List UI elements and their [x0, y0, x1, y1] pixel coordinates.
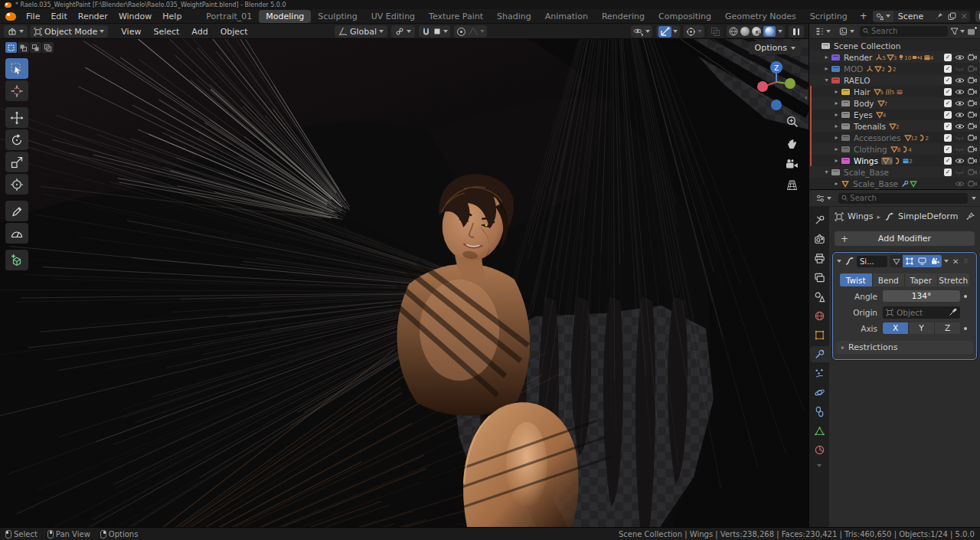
show-overlays-toggle[interactable]: [684, 25, 704, 38]
selectable-checkbox[interactable]: ✓: [944, 134, 952, 142]
select-mode-intersect[interactable]: [42, 42, 54, 53]
restrictions-subpanel[interactable]: ▸ Restrictions: [836, 341, 973, 354]
outliner-search[interactable]: [860, 26, 948, 37]
outliner-row-eyes[interactable]: ▸Eyes4✓: [809, 109, 980, 120]
outliner-row-toenails[interactable]: ▸Toenails2✓: [809, 120, 980, 132]
hide-in-viewport-toggle[interactable]: [955, 158, 965, 164]
expand-toggle[interactable]: ▾: [822, 77, 831, 83]
properties-tab-material[interactable]: [810, 442, 829, 458]
solid-shading-icon[interactable]: [740, 27, 750, 36]
view-layer-icon[interactable]: [975, 11, 980, 22]
tool-select-box[interactable]: [5, 58, 28, 79]
selectable-checkbox[interactable]: ✓: [944, 65, 952, 73]
outliner-search-input[interactable]: [871, 27, 945, 35]
viewport-display-toggle[interactable]: [916, 255, 929, 267]
viewport-canvas[interactable]: Options Z ‹: [0, 39, 808, 527]
scene-selector[interactable]: Scene ✕: [873, 11, 970, 22]
row-label[interactable]: RAELO: [844, 76, 870, 85]
expand-toggle[interactable]: ▸: [832, 146, 841, 152]
viewport-menu-view[interactable]: View: [115, 26, 147, 38]
expand-toggle[interactable]: ▸: [822, 54, 831, 61]
hide-in-viewport-toggle[interactable]: [955, 135, 965, 141]
drag-handle-icon[interactable]: ⠿: [963, 258, 967, 265]
workspace-tab-sculpting[interactable]: Sculpting: [311, 10, 364, 23]
angle-slider[interactable]: 134°: [883, 290, 960, 302]
expand-toggle[interactable]: ▸: [822, 65, 831, 72]
outliner-editor-type-button[interactable]: [812, 25, 834, 37]
new-scene-icon[interactable]: [946, 12, 959, 21]
modifier-extras-chevron[interactable]: [944, 260, 949, 263]
navigation-gizmo[interactable]: Z: [756, 61, 796, 113]
view-layer-selector[interactable]: ViewLayer ✕: [975, 11, 980, 22]
disable-in-renders-toggle[interactable]: [968, 77, 977, 83]
disable-in-renders-toggle[interactable]: [968, 65, 977, 72]
material-preview-shading-icon[interactable]: [752, 27, 761, 36]
expand-toggle[interactable]: ▸: [832, 111, 841, 118]
properties-tab-object[interactable]: [810, 327, 829, 343]
workspace-tab-rendering[interactable]: Rendering: [595, 10, 652, 23]
row-label[interactable]: Wings: [854, 156, 878, 165]
row-label[interactable]: Toenails: [854, 122, 886, 131]
zoom-icon[interactable]: [786, 116, 799, 128]
properties-tab-view-layer[interactable]: [810, 270, 829, 286]
properties-search-input[interactable]: [850, 194, 965, 202]
axis-button-z[interactable]: Z: [935, 322, 960, 334]
selectable-checkbox[interactable]: ✓: [944, 169, 952, 176]
outliner-row-body[interactable]: ▸Body7✓: [809, 97, 980, 109]
workspace-tab-compositing[interactable]: Compositing: [652, 10, 718, 23]
expand-toggle[interactable]: ▸: [832, 100, 841, 106]
row-label[interactable]: Accessories: [854, 133, 901, 142]
wireframe-shading-icon[interactable]: [729, 27, 738, 36]
properties-tab-constraints[interactable]: [810, 404, 829, 420]
mode-tab-bend[interactable]: Bend: [873, 273, 906, 286]
breadcrumb-modifier[interactable]: SimpleDeform: [898, 211, 958, 221]
hide-in-viewport-toggle[interactable]: [955, 77, 965, 83]
select-mode-set[interactable]: [5, 42, 17, 53]
row-label[interactable]: Scene Collection: [834, 41, 900, 51]
axis-button-y[interactable]: Y: [909, 322, 935, 334]
properties-tab-tool[interactable]: [810, 212, 829, 228]
pin-icon[interactable]: [966, 212, 975, 221]
row-label[interactable]: Eyes: [854, 110, 873, 119]
disable-in-renders-toggle[interactable]: [968, 146, 977, 152]
viewport-menu-add[interactable]: Add: [185, 26, 214, 38]
add-modifier-button[interactable]: + Add Modifier: [835, 231, 975, 246]
disable-in-renders-toggle[interactable]: [968, 180, 977, 187]
hide-in-viewport-toggle[interactable]: [955, 112, 965, 118]
outliner-row-scale-base[interactable]: ▸Scale_Base: [809, 178, 980, 189]
viewport-menu-object[interactable]: Object: [214, 26, 254, 38]
workspace-tab-modeling[interactable]: Modeling: [259, 10, 311, 23]
delete-scene-icon[interactable]: ✕: [959, 11, 970, 21]
cage-display-toggle[interactable]: [903, 255, 916, 267]
disable-in-renders-toggle[interactable]: [968, 123, 977, 129]
mode-tab-stretch[interactable]: Stretch: [938, 273, 970, 286]
outliner-row-accessories[interactable]: ▸Accessories122✓: [809, 132, 980, 143]
disable-in-renders-toggle[interactable]: [968, 88, 977, 95]
eyedropper-icon[interactable]: [949, 308, 957, 316]
proportional-editing-controls[interactable]: [454, 25, 487, 38]
properties-options-chevron[interactable]: [972, 197, 976, 200]
disable-in-renders-toggle[interactable]: [968, 157, 977, 164]
hide-in-viewport-toggle[interactable]: [955, 89, 965, 95]
expand-toggle[interactable]: ▸: [832, 123, 841, 129]
workspace-tab-animation[interactable]: Animation: [538, 10, 595, 23]
pin-icon[interactable]: [933, 12, 946, 20]
add-workspace-button[interactable]: +: [854, 11, 873, 21]
hide-in-viewport-toggle[interactable]: [955, 66, 965, 72]
filter-icon[interactable]: [950, 28, 965, 35]
properties-editor-type-button[interactable]: [813, 192, 835, 204]
properties-tab-physics[interactable]: [810, 385, 829, 401]
row-label[interactable]: Render: [844, 53, 872, 62]
outliner-row-hair[interactable]: ▸Hair55✓: [809, 86, 980, 97]
outliner-row-wings[interactable]: ▸Wings32✓: [809, 155, 980, 166]
menu-render[interactable]: Render: [73, 10, 113, 23]
selectable-checkbox[interactable]: ✓: [944, 123, 952, 130]
hide-in-viewport-toggle[interactable]: [955, 100, 965, 106]
hide-in-viewport-toggle[interactable]: [955, 146, 965, 152]
origin-object-field[interactable]: Object: [883, 306, 960, 319]
blender-menu-icon[interactable]: [5, 12, 16, 21]
properties-tab-scene[interactable]: [810, 289, 829, 305]
tool-move[interactable]: [5, 107, 28, 128]
workspace-tab-texture-paint[interactable]: Texture Paint: [422, 10, 490, 23]
modifier-name-field[interactable]: Si...: [857, 256, 887, 267]
